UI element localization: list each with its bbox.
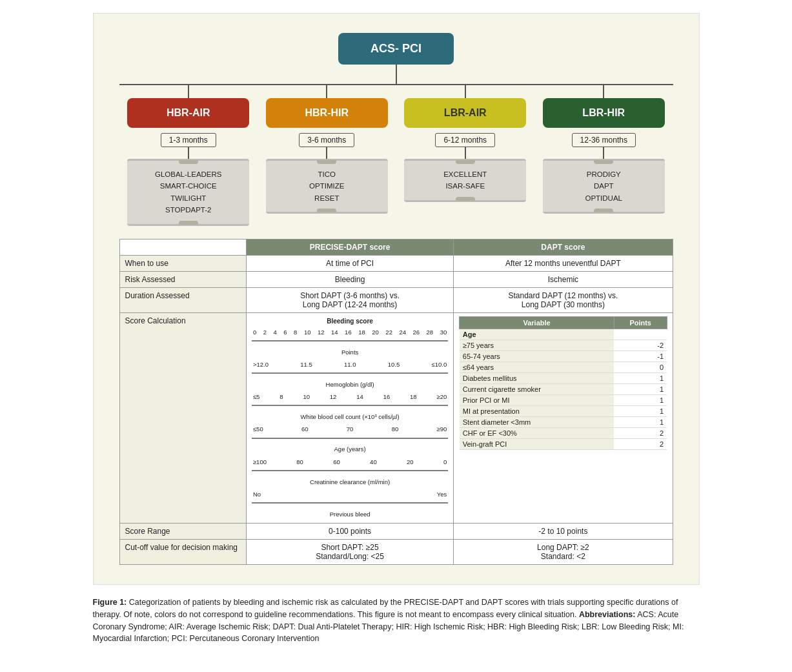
branch-lbr-air-box: LBR-AIR: [404, 98, 526, 128]
dapt-variable-1: ≥75 years: [460, 340, 614, 351]
dapt-col-header: Variable: [460, 316, 614, 329]
branch-hbr-air-trials: GLOBAL-LEADERS SMART-CHOICE TWILIGHT STO…: [127, 159, 249, 226]
branch-hbr-air-connector: [188, 85, 189, 98]
branch-lbr-hir-mid-connector: [603, 147, 604, 159]
table-row-5-col2: Long DAPT: ≥2 Standard: <2: [454, 540, 673, 565]
figure-caption: Figure 1: Categorization of patients by …: [93, 596, 700, 645]
table-row-1-col2: Ischemic: [454, 271, 673, 287]
table-row-3: Score Calculation Bleeding score 0246810…: [119, 312, 673, 524]
dapt-points-8: 1: [614, 416, 667, 427]
branch-lbr-air-mid-connector: [465, 147, 466, 159]
branch-lbr-hir: LBR-HIR12-36 monthsPRODIGY DAPT OPTIDUAL: [543, 85, 665, 214]
dapt-row-10: Vein-graft PCI2: [460, 438, 667, 449]
branch-lbr-air-months: 6-12 months: [435, 133, 495, 147]
table-row-0: When to useAt time of PCIAfter 12 months…: [119, 255, 673, 271]
dapt-inner-table: VariablePointsAge≥75 years-265-74 years-…: [459, 316, 667, 450]
branch-lbr-air-connector: [465, 85, 466, 98]
dapt-row-1: ≥75 years-2: [460, 340, 667, 351]
dapt-row-0: Age: [460, 329, 667, 340]
dapt-variable-8: Stent diameter <3mm: [460, 416, 614, 427]
table-row-2-col2: Standard DAPT (12 months) vs. Long DAPT …: [454, 287, 673, 312]
dapt-row-5: Current cigarette smoker1: [460, 383, 667, 394]
top-node: ACS- PCI: [338, 33, 454, 65]
table-row-5-col1: Short DAPT: ≥25 Standard/Long: <25: [246, 540, 453, 565]
branch-lbr-hir-trials: PRODIGY DAPT OPTIDUAL: [543, 159, 665, 214]
dapt-points-0: [614, 329, 667, 340]
dapt-row-4: Diabetes mellitus1: [460, 372, 667, 383]
branch-hbr-hir-connector: [326, 85, 327, 98]
table-header-2: DAPT score: [454, 239, 673, 255]
table-row-2-col1: Short DAPT (3-6 months) vs. Long DAPT (1…: [246, 287, 453, 312]
branch-lbr-hir-connector: [603, 85, 604, 98]
dapt-points-10: 2: [614, 438, 667, 449]
abbrev-label: Abbreviations:: [579, 610, 636, 619]
branch-hbr-hir-trials: TICO OPTIMIZE RESET: [266, 159, 388, 214]
dapt-points-9: 2: [614, 427, 667, 438]
dapt-row-9: CHF or EF <30%2: [460, 427, 667, 438]
branch-hbr-hir-mid-connector: [326, 147, 327, 159]
table-row-4: Score Range0-100 points-2 to 10 points: [119, 524, 673, 540]
table-header-0: [119, 239, 246, 255]
table-row-0-label: When to use: [119, 255, 246, 271]
branch-lbr-air-trials: EXCELLENT ISAR-SAFE: [404, 159, 526, 202]
dapt-points-7: 1: [614, 405, 667, 416]
branches-row: HBR-AIR1-3 monthsGLOBAL-LEADERS SMART-CH…: [119, 85, 673, 226]
table-row-4-col1: 0-100 points: [246, 524, 453, 540]
top-connector-line: [396, 65, 397, 84]
table-row-3-col2: VariablePointsAge≥75 years-265-74 years-…: [454, 312, 673, 524]
flowchart: ACS- PCI HBR-AIR1-3 monthsGLOBAL-LEADERS…: [119, 33, 673, 226]
table-row-4-label: Score Range: [119, 524, 246, 540]
figure-container: ACS- PCI HBR-AIR1-3 monthsGLOBAL-LEADERS…: [93, 13, 700, 585]
figure-label: Figure 1:: [93, 598, 127, 607]
table-row-3-col1: Bleeding score 0246810121416182022242628…: [246, 312, 453, 524]
dapt-variable-9: CHF or EF <30%: [460, 427, 614, 438]
table-row-3-label: Score Calculation: [119, 312, 246, 524]
table-row-1-label: Risk Assessed: [119, 271, 246, 287]
dapt-variable-2: 65-74 years: [460, 351, 614, 361]
dapt-variable-3: ≤64 years: [460, 361, 614, 372]
dapt-variable-0: Age: [460, 329, 614, 340]
table-header-1: PRECISE-DAPT score: [246, 239, 453, 255]
branch-hbr-hir-box: HBR-HIR: [266, 98, 388, 128]
table-row-5-label: Cut-off value for decision making: [119, 540, 246, 565]
table-row-0-col2: After 12 months uneventful DAPT: [454, 255, 673, 271]
dapt-variable-6: Prior PCI or MI: [460, 394, 614, 405]
branch-hbr-air-mid-connector: [188, 147, 189, 159]
dapt-points-3: 0: [614, 361, 667, 372]
dapt-row-2: 65-74 years-1: [460, 351, 667, 361]
dapt-row-3: ≤64 years0: [460, 361, 667, 372]
branch-hbr-hir: HBR-HIR3-6 monthsTICO OPTIMIZE RESET: [266, 85, 388, 214]
data-table: PRECISE-DAPT scoreDAPT scoreWhen to useA…: [119, 239, 673, 565]
table-row-4-col2: -2 to 10 points: [454, 524, 673, 540]
branch-hbr-air-box: HBR-AIR: [127, 98, 249, 128]
dapt-row-6: Prior PCI or MI1: [460, 394, 667, 405]
dapt-points-2: -1: [614, 351, 667, 361]
branch-hbr-hir-months: 3-6 months: [299, 133, 354, 147]
h-line: [119, 84, 673, 85]
dapt-points-4: 1: [614, 372, 667, 383]
table-row-5: Cut-off value for decision makingShort D…: [119, 540, 673, 565]
table-row-2: Duration AssessedShort DAPT (3-6 months)…: [119, 287, 673, 312]
dapt-points-1: -2: [614, 340, 667, 351]
dapt-variable-7: MI at presentation: [460, 405, 614, 416]
table-row-2-label: Duration Assessed: [119, 287, 246, 312]
dapt-variable-4: Diabetes mellitus: [460, 372, 614, 383]
dapt-variable-10: Vein-graft PCI: [460, 438, 614, 449]
branch-lbr-hir-months: 12-36 months: [572, 133, 636, 147]
dapt-variable-5: Current cigarette smoker: [460, 383, 614, 394]
branch-lbr-hir-box: LBR-HIR: [543, 98, 665, 128]
dapt-row-8: Stent diameter <3mm1: [460, 416, 667, 427]
table-row-0-col1: At time of PCI: [246, 255, 453, 271]
table-row-1: Risk AssessedBleedingIschemic: [119, 271, 673, 287]
dapt-col-header: Points: [614, 316, 667, 329]
branch-hbr-air: HBR-AIR1-3 monthsGLOBAL-LEADERS SMART-CH…: [127, 85, 249, 226]
table-row-1-col1: Bleeding: [246, 271, 453, 287]
dapt-points-5: 1: [614, 383, 667, 394]
dapt-points-6: 1: [614, 394, 667, 405]
branch-hbr-air-months: 1-3 months: [161, 133, 216, 147]
branch-lbr-air: LBR-AIR6-12 monthsEXCELLENT ISAR-SAFE: [404, 85, 526, 202]
dapt-row-7: MI at presentation1: [460, 405, 667, 416]
